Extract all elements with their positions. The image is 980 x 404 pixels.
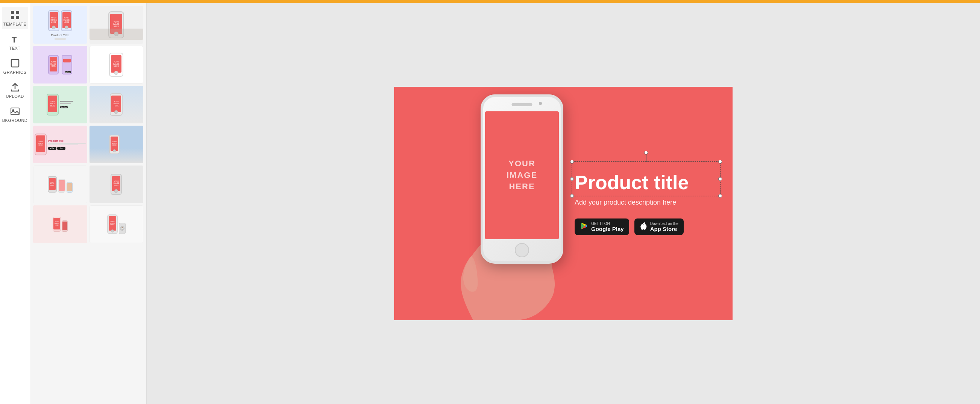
canvas-wrapper[interactable]: YOURIMAGEHERE bbox=[394, 87, 733, 320]
sidebar-label-graphics: GRAPHICS bbox=[3, 70, 26, 75]
sidebar-item-bkground[interactable]: BKGROUND bbox=[2, 103, 28, 126]
app-store-badge[interactable]: Download on the App Store bbox=[635, 219, 684, 235]
google-play-sublabel: GET IT ON bbox=[591, 221, 624, 226]
app-badges: GET IT ON Google Play bbox=[574, 219, 718, 235]
templates-grid: YOURIMAGEHERE YOURIMAGEHERE bbox=[33, 6, 143, 243]
phone-mockup: YOURIMAGEHERE bbox=[477, 94, 567, 305]
template-thumb-10[interactable]: YOURIMAGEHERE bbox=[89, 165, 144, 203]
image-icon bbox=[10, 106, 20, 117]
product-title-container[interactable]: Product title bbox=[574, 172, 718, 193]
phone-hand-area: YOURIMAGEHERE bbox=[424, 87, 605, 320]
sidebar-label-bkground: BKGROUND bbox=[2, 118, 28, 122]
product-title[interactable]: Product title bbox=[574, 172, 718, 193]
handle-line bbox=[646, 153, 646, 162]
handle-bottom-right bbox=[718, 194, 722, 198]
apple-icon bbox=[640, 222, 647, 232]
sidebar-label-upload: UPLOAD bbox=[6, 94, 24, 99]
text-icon: T bbox=[10, 34, 20, 45]
template-thumb-5[interactable]: YOURIMAGEHERE App Store bbox=[33, 86, 87, 123]
templates-panel: YOURIMAGEHERE YOURIMAGEHERE bbox=[30, 3, 147, 404]
svg-rect-1 bbox=[16, 11, 19, 14]
phone-home-button bbox=[515, 243, 529, 257]
phone-camera bbox=[539, 102, 542, 105]
top-bar bbox=[0, 0, 980, 3]
svg-text:T: T bbox=[12, 35, 17, 44]
grid-icon bbox=[10, 10, 20, 20]
sidebar-item-template[interactable]: TEMPLATE bbox=[2, 7, 28, 29]
template-thumb-11[interactable]: YOURIMAGEHERE bbox=[33, 205, 87, 243]
svg-rect-6 bbox=[11, 108, 19, 115]
svg-rect-0 bbox=[11, 11, 14, 14]
template-thumb-1[interactable]: YOURIMAGEHERE YOURIMAGEHERE bbox=[33, 6, 87, 44]
sidebar-item-upload[interactable]: UPLOAD bbox=[2, 79, 28, 102]
upload-icon bbox=[10, 82, 20, 92]
sidebar: TEMPLATE T TEXT GRAPHICS bbox=[0, 3, 30, 404]
phone-body: YOURIMAGEHERE bbox=[480, 94, 563, 264]
svg-rect-3 bbox=[16, 16, 19, 19]
template-thumb-7[interactable]: YOURIMAGEHERE Product title ▶ Play bbox=[33, 126, 87, 163]
google-play-text: GET IT ON Google Play bbox=[591, 221, 624, 232]
text-panel: Product title Add your product descripti… bbox=[574, 172, 718, 235]
template-thumb-4[interactable]: YOURIMAGEHERE bbox=[89, 46, 144, 84]
handle-top-mid bbox=[644, 151, 648, 154]
template-thumb-8[interactable]: YOURIMAGEHERE bbox=[89, 126, 144, 163]
app-store-mainlabel: App Store bbox=[650, 226, 678, 232]
square-icon bbox=[10, 58, 20, 68]
canvas-area: YOURIMAGEHERE bbox=[147, 3, 980, 404]
sidebar-item-graphics[interactable]: GRAPHICS bbox=[2, 55, 28, 78]
template-thumb-6[interactable]: YOURIMAGEHERE bbox=[89, 86, 144, 123]
template-thumb-12[interactable]: YOURIMAGEHERE ⌚ bbox=[89, 205, 144, 243]
template-thumb-3[interactable]: YOURIMAGEHERE App Store bbox=[33, 46, 87, 84]
phone-placeholder-text: YOURIMAGEHERE bbox=[506, 158, 538, 192]
main-area: TEMPLATE T TEXT GRAPHICS bbox=[0, 3, 980, 404]
canvas-content: YOURIMAGEHERE bbox=[394, 87, 733, 320]
app-store-sublabel: Download on the bbox=[650, 221, 678, 226]
app-store-text: Download on the App Store bbox=[650, 221, 678, 232]
handle-top-right bbox=[718, 160, 722, 164]
phone-screen: YOURIMAGEHERE bbox=[485, 111, 559, 239]
sidebar-label-text: TEXT bbox=[9, 46, 20, 51]
template-thumb-9[interactable]: YOURIMAGEHERE bbox=[33, 165, 87, 203]
google-play-mainlabel: Google Play bbox=[591, 226, 624, 232]
handle-mid-right bbox=[718, 177, 722, 181]
product-description[interactable]: Add your product description here bbox=[574, 198, 718, 207]
svg-rect-2 bbox=[11, 16, 14, 19]
app-container: TEMPLATE T TEXT GRAPHICS bbox=[0, 0, 980, 404]
sidebar-label-template: TEMPLATE bbox=[3, 22, 26, 26]
sidebar-item-text[interactable]: T TEXT bbox=[2, 31, 28, 53]
template-thumb-2[interactable]: YOURIMAGEHERE bbox=[89, 6, 144, 44]
svg-rect-5 bbox=[11, 59, 19, 67]
phone-speaker bbox=[512, 103, 533, 106]
